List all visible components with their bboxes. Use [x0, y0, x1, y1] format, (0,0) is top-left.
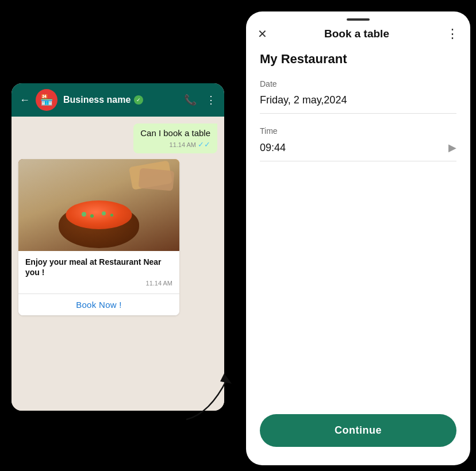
card-time: 11.14 AM — [25, 280, 172, 287]
back-arrow-icon[interactable]: ← — [20, 94, 30, 106]
book-now-button[interactable]: Book Now ! — [18, 294, 179, 315]
arrow-connector — [175, 368, 244, 425]
continue-button[interactable]: Continue — [260, 414, 456, 447]
book-footer: Continue — [246, 414, 470, 465]
more-options-button[interactable]: ⋮ — [446, 28, 459, 40]
checkmarks-icon: ✓✓ — [198, 140, 210, 149]
whatsapp-panel: ← 🏪 Business name ✓ 📞 ⋮ Can I book a tab… — [11, 83, 224, 411]
time-label: Time — [260, 126, 456, 136]
incoming-card-message: Enjoy your meal at Restaurant Near you !… — [18, 159, 179, 315]
food-image — [18, 159, 179, 251]
header-icons: 📞 ⋮ — [184, 94, 216, 106]
panel-title: Book a table — [324, 28, 389, 40]
business-avatar: 🏪 — [36, 89, 57, 111]
phone-icon[interactable]: 📞 — [184, 94, 197, 106]
message-text: Can I book a table — [140, 128, 210, 138]
card-title: Enjoy your meal at Restaurant Near you ! — [25, 257, 172, 277]
svg-marker-0 — [220, 373, 232, 384]
time-row[interactable]: 09:44 ▶ — [260, 141, 456, 161]
book-content: My Restaurant Date Friday, 2 may,2024 Ti… — [246, 46, 470, 414]
wa-header: ← 🏪 Business name ✓ 📞 ⋮ — [11, 83, 224, 117]
time-arrow-icon: ▶ — [448, 141, 456, 154]
message-time: 11.14 AM ✓✓ — [140, 140, 210, 149]
outgoing-message: Can I book a table 11.14 AM ✓✓ — [133, 123, 217, 153]
close-button[interactable]: ✕ — [258, 28, 267, 40]
business-name: Business name — [63, 95, 130, 105]
book-table-panel: ✕ Book a table ⋮ My Restaurant Date Frid… — [246, 11, 470, 465]
chat-area: Can I book a table 11.14 AM ✓✓ — [11, 117, 224, 411]
book-header: ✕ Book a table ⋮ — [246, 21, 470, 46]
restaurant-name: My Restaurant — [260, 52, 456, 67]
business-info: Business name ✓ — [63, 95, 178, 105]
card-body: Enjoy your meal at Restaurant Near you !… — [18, 251, 179, 294]
date-label: Date — [260, 79, 456, 88]
time-value: 09:44 — [260, 142, 286, 154]
verified-badge: ✓ — [134, 95, 143, 105]
date-value[interactable]: Friday, 2 may,2024 — [260, 94, 456, 114]
more-icon[interactable]: ⋮ — [206, 94, 216, 106]
